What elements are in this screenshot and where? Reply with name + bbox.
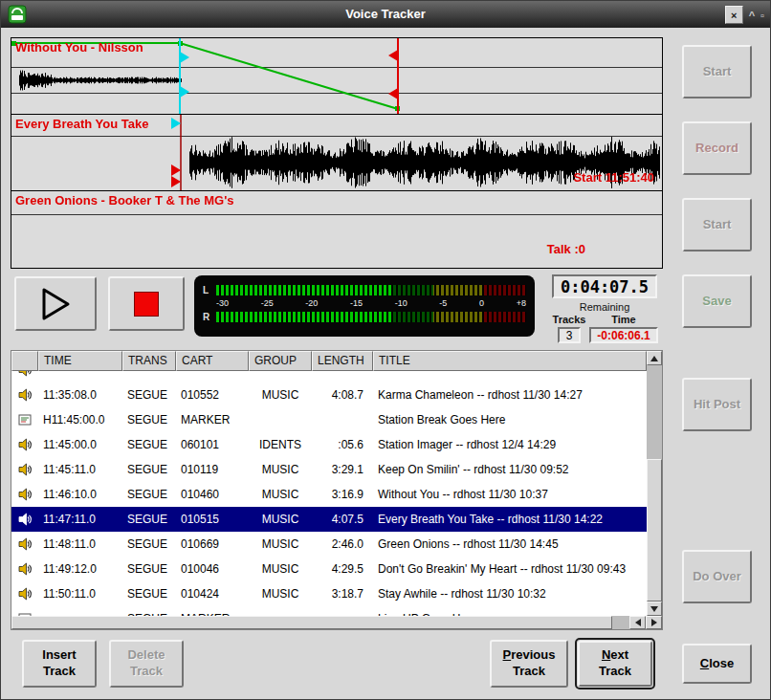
cell-trans: SEGUE xyxy=(122,532,176,557)
save-button[interactable]: Save xyxy=(682,274,752,328)
column-header-length[interactable]: LENGTH xyxy=(312,351,373,371)
cell-time: 11:49:12.0 xyxy=(38,557,122,581)
scale-tick: +8 xyxy=(517,298,526,308)
horizontal-scrollbar[interactable] xyxy=(11,616,662,629)
cell-title: Station Break Goes Here xyxy=(373,407,647,432)
scale-tick: -5 xyxy=(439,298,447,308)
start-track3-button[interactable]: Start xyxy=(682,198,752,252)
scroll-left-button[interactable] xyxy=(629,616,646,629)
button-label: Close xyxy=(700,656,734,670)
column-header-group[interactable]: GROUP xyxy=(249,351,312,371)
cell-time: H11:45:00.0 xyxy=(38,407,122,432)
column-header-trans[interactable]: TRANS xyxy=(122,351,176,371)
cell-group: IDENTS xyxy=(249,432,312,457)
cell-length: 4:29.5 xyxy=(312,557,373,581)
remaining-heading: Remaining xyxy=(550,301,659,313)
log-row[interactable]: 11:49:12.0 SEGUE 010046 MUSIC 4:29.5 Don… xyxy=(11,557,647,581)
log-body: 11:35:08.0 SEGUE 010552 MUSIC 4:08.7 Kar… xyxy=(11,371,647,616)
waveform-panel-3: Green Onions - Booker T & The MG's Talk … xyxy=(11,191,662,268)
cell-time: 11:46:10.0 xyxy=(38,482,122,507)
start-track1-button[interactable]: Start xyxy=(682,45,752,98)
close-button[interactable]: Close xyxy=(682,644,752,684)
cell-time xyxy=(38,606,122,616)
next-track-button[interactable]: Next Track xyxy=(578,641,652,687)
speaker-icon xyxy=(18,463,32,476)
scroll-down-button[interactable] xyxy=(647,602,662,616)
button-label: Track xyxy=(580,664,650,680)
speaker-icon xyxy=(18,537,32,551)
window-close-button[interactable]: × xyxy=(725,6,743,24)
cell-group xyxy=(249,606,312,616)
cell-group: MUSIC xyxy=(249,557,312,581)
log-row[interactable]: 11:45:11.0 SEGUE 010119 MUSIC 3:29.1 Kee… xyxy=(11,457,647,482)
log-row[interactable] xyxy=(11,371,647,383)
cell-trans: SEGUE xyxy=(122,432,176,457)
marker-triangle[interactable] xyxy=(180,86,189,98)
scale-tick: -20 xyxy=(305,298,318,308)
cell-cart: MARKER xyxy=(176,407,249,432)
column-header-cart[interactable]: CART xyxy=(176,351,249,371)
stop-button[interactable] xyxy=(108,276,185,331)
window-menu-button[interactable]: ▫ xyxy=(760,10,764,21)
log-row[interactable]: 11:48:11.0 SEGUE 010669 MUSIC 2:46.0 Gre… xyxy=(11,532,647,557)
cell-cart: 010119 xyxy=(176,457,249,482)
elapsed-time-display: 0:04:07.5 xyxy=(552,274,657,298)
insert-track-button[interactable]: Insert Track xyxy=(22,640,97,688)
cell-trans: SEGUE xyxy=(122,581,176,606)
waveform-editor: Without You - Nilsson Every Breath You T… xyxy=(11,37,663,269)
delete-track-button[interactable]: Delete Track xyxy=(109,640,184,688)
scroll-up-button[interactable] xyxy=(647,351,662,365)
cell-time: 11:35:08.0 xyxy=(38,383,122,407)
track-title: Without You - Nilsson xyxy=(15,40,143,55)
log-row[interactable]: H11:45:00.0 SEGUE MARKER Station Break G… xyxy=(11,407,647,432)
log-row[interactable]: 11:35:08.0 SEGUE 010552 MUSIC 4:08.7 Kar… xyxy=(11,383,647,407)
play-button[interactable] xyxy=(14,276,97,331)
log-row[interactable]: 11:45:00.0 SEGUE 060101 IDENTS :05.6 Sta… xyxy=(11,432,647,457)
track-title: Every Breath You Take xyxy=(15,117,148,131)
horizontal-scrollbar-thumb[interactable] xyxy=(11,616,612,629)
scroll-right-button[interactable] xyxy=(646,616,662,629)
vertical-scrollbar-thumb[interactable] xyxy=(647,459,662,602)
button-label: Track xyxy=(24,664,95,680)
cell-trans: SEGUE xyxy=(122,383,176,407)
waveform-panel-2: Every Breath You Take Start 11:51:40 xyxy=(11,115,662,191)
marker-triangle[interactable] xyxy=(180,52,189,63)
button-label: Next xyxy=(580,647,650,664)
cell-trans: SEGUE xyxy=(122,407,176,432)
log-row[interactable]: 11:50:11.0 SEGUE 010424 MUSIC 3:18.7 Sta… xyxy=(11,581,647,606)
cell-group: MUSIC xyxy=(249,532,312,557)
hit-post-button[interactable]: Hit Post xyxy=(682,378,752,431)
speaker-icon xyxy=(18,371,32,377)
cell-length: 4:07.5 xyxy=(312,507,373,532)
column-header-time[interactable]: TIME xyxy=(38,351,122,371)
scale-tick: -30 xyxy=(216,298,229,308)
log-row[interactable]: SEGUE MARKER Line UP Goes Here xyxy=(11,606,647,616)
cell-group: MUSIC xyxy=(249,581,312,606)
scale-tick: -10 xyxy=(395,298,408,308)
cell-title: Without You -- rdhost 11/30 10:37 xyxy=(373,482,647,507)
marker-triangle[interactable] xyxy=(388,88,398,99)
window-title: Voice Tracker xyxy=(1,7,770,21)
previous-track-button[interactable]: Previous Track xyxy=(490,640,568,688)
column-header-icon[interactable] xyxy=(11,351,38,371)
cell-trans xyxy=(122,371,176,383)
cell-length xyxy=(312,407,373,432)
do-over-button[interactable]: Do Over xyxy=(682,550,752,603)
log-header-row: TIME TRANS CART GROUP LENGTH TITLE xyxy=(11,351,647,371)
vertical-scrollbar[interactable] xyxy=(647,351,662,616)
marker-triangle[interactable] xyxy=(171,164,181,176)
marker-triangle[interactable] xyxy=(171,118,181,129)
remaining-tracks-label: Tracks xyxy=(550,314,588,325)
log-row-selected[interactable]: 11:47:11.0 SEGUE 010515 MUSIC 4:07.5 Eve… xyxy=(11,507,647,532)
button-label: Delete xyxy=(111,647,182,664)
window-shade-button[interactable]: ^ xyxy=(749,10,755,21)
log-row[interactable]: 11:46:10.0 SEGUE 010460 MUSIC 3:16.9 Wit… xyxy=(11,482,647,507)
right-arrow-icon xyxy=(651,619,657,626)
default-button-frame: Next Track xyxy=(575,638,655,689)
marker-triangle[interactable] xyxy=(171,176,181,187)
button-label: Insert xyxy=(24,647,95,664)
cell-group xyxy=(249,407,312,432)
column-header-title[interactable]: TITLE xyxy=(373,351,647,371)
record-button[interactable]: Record xyxy=(682,121,752,175)
marker-triangle[interactable] xyxy=(388,50,398,61)
